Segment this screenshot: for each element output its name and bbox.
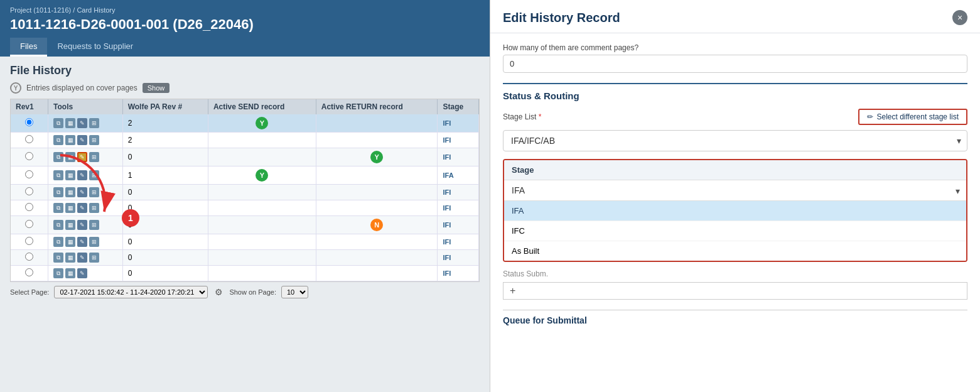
entries-icon: Y [10,82,21,94]
stage-option-as-built[interactable]: As Built [504,241,966,261]
annotation-container: 1 Rev1 Tools Wolfe PA Rev # Active SEND … [10,99,480,282]
edit-icon[interactable]: ✎ [77,170,87,180]
stage-select[interactable]: IFA [504,180,966,201]
table-row: ⧉ ▦ ✎ ⊞ 0NIFI [11,216,479,234]
row-radio[interactable] [25,170,33,178]
wolfe-cell: 2 [122,133,208,148]
extra-icon[interactable]: ⊞ [89,135,99,145]
wolfe-cell: 0 [122,266,208,281]
view-icon[interactable]: ▦ [65,237,75,247]
stage-option-ifa[interactable]: IFA [504,201,966,221]
row-radio[interactable] [25,152,33,160]
edit-icon[interactable]: ✎ [77,253,87,263]
view-icon[interactable]: ▦ [65,268,75,278]
stage-cell: IFI [438,234,479,250]
row-radio[interactable] [25,220,33,228]
send-cell [208,234,316,250]
extra-icon[interactable]: ⊞ [89,253,99,263]
tab-files[interactable]: Files [10,38,47,57]
edit-icon[interactable]: ✎ [77,118,87,128]
edit-icon[interactable]: ✎ [77,203,87,213]
row-radio[interactable] [25,203,33,211]
copy-icon[interactable]: ⧉ [53,187,63,197]
tab-requests[interactable]: Requests to Supplier [47,38,143,57]
select-different-stage-list-button[interactable]: ✏ Select different stage list [858,109,967,125]
send-cell [208,266,316,281]
copy-icon[interactable]: ⧉ [53,203,63,213]
row-radio[interactable] [25,268,33,276]
stage-list-select[interactable]: IFA/IFC/AB [503,130,967,151]
edit-icon[interactable]: ✎ [77,187,87,197]
stage-dropdown-header: Stage [504,160,966,180]
view-icon[interactable]: ▦ [65,118,75,128]
stage-cell: IFI [438,216,479,234]
return-cell [316,133,438,148]
wolfe-cell: 0 [122,234,208,250]
extra-icon[interactable]: ⊞ [89,237,99,247]
extra-icon[interactable]: ⊞ [89,187,99,197]
table-row: ⧉ ▦ ✎ 0IFI [11,266,479,281]
copy-icon[interactable]: ⧉ [53,118,63,128]
entries-label: Entries displayed on cover pages [26,84,137,92]
view-icon[interactable]: ▦ [65,152,75,162]
return-cell [316,166,438,185]
col-tools: Tools [48,99,123,114]
entries-bar: Y Entries displayed on cover pages Show [10,82,480,94]
copy-icon[interactable]: ⧉ [53,237,63,247]
send-cell [208,250,316,266]
doc-title: 1011-1216-D26-0001-001 (D26_22046) [10,16,480,33]
edit-icon[interactable]: ✎ [77,220,87,230]
stage-cell: IFI [438,185,479,200]
copy-icon[interactable]: ⧉ [53,152,63,162]
return-cell [316,185,438,200]
wolfe-cell: 0 [122,250,208,266]
show-on-page-select[interactable]: 10 [281,286,308,298]
edit-icon[interactable]: ✎ [77,135,87,145]
row-radio[interactable] [25,253,33,261]
table-row: ⧉ ▦ ✎ ⊞ 2IFI [11,133,479,148]
left-content: File History Y Entries displayed on cove… [0,57,490,392]
file-history-title: File History [10,64,480,77]
view-icon[interactable]: ▦ [65,253,75,263]
tools-cell: ⧉ ▦ ✎ ⊞ [53,253,117,263]
row-radio[interactable] [25,135,33,143]
return-cell: N [316,216,438,234]
extra-icon[interactable]: ⊞ [89,203,99,213]
copy-icon[interactable]: ⧉ [53,253,63,263]
row-radio[interactable] [25,187,33,195]
gear-icon[interactable]: ⚙ [213,286,224,298]
stage-cell: IFI [438,133,479,148]
copy-icon[interactable]: ⧉ [53,135,63,145]
tools-cell: ⧉ ▦ ✎ ⊞ [53,135,117,145]
row-radio[interactable] [25,118,33,126]
copy-icon[interactable]: ⧉ [53,220,63,230]
edit-icon[interactable]: ✎ [77,237,87,247]
return-badge-y: Y [370,151,383,163]
page-select[interactable]: 02-17-2021 15:02:42 - 11-24-2020 17:20:2… [54,286,208,298]
close-button[interactable]: × [952,10,967,25]
comment-pages-label: How many of them are comment pages? [503,43,967,52]
copy-icon[interactable]: ⧉ [53,268,63,278]
tools-cell: ⧉ ▦ ✎ ⊞ [53,203,117,213]
view-icon[interactable]: ▦ [65,203,75,213]
extra-icon[interactable]: ⊞ [89,152,99,162]
show-button[interactable]: Show [143,83,170,93]
stage-list-row: Stage List * ✏ Select different stage li… [503,109,967,125]
comment-pages-input[interactable] [503,55,967,73]
view-icon[interactable]: ▦ [65,187,75,197]
tabs: Files Requests to Supplier [10,38,480,57]
breadcrumb: Project (1011-1216) / Card History [10,6,480,14]
copy-icon[interactable]: ⧉ [53,170,63,180]
view-icon[interactable]: ▦ [65,135,75,145]
view-icon[interactable]: ▦ [65,170,75,180]
extra-icon[interactable]: ⊞ [89,220,99,230]
extra-icon[interactable]: ⊞ [89,118,99,128]
edit-icon[interactable]: ✎ [77,268,87,278]
extra-icon[interactable]: ⊞ [89,170,99,180]
return-cell [316,200,438,216]
stage-option-ifc[interactable]: IFC [504,221,966,241]
edit-icon[interactable]: ✎ [77,152,87,162]
row-radio[interactable] [25,237,33,245]
view-icon[interactable]: ▦ [65,220,75,230]
plus-button[interactable]: + [503,282,967,300]
